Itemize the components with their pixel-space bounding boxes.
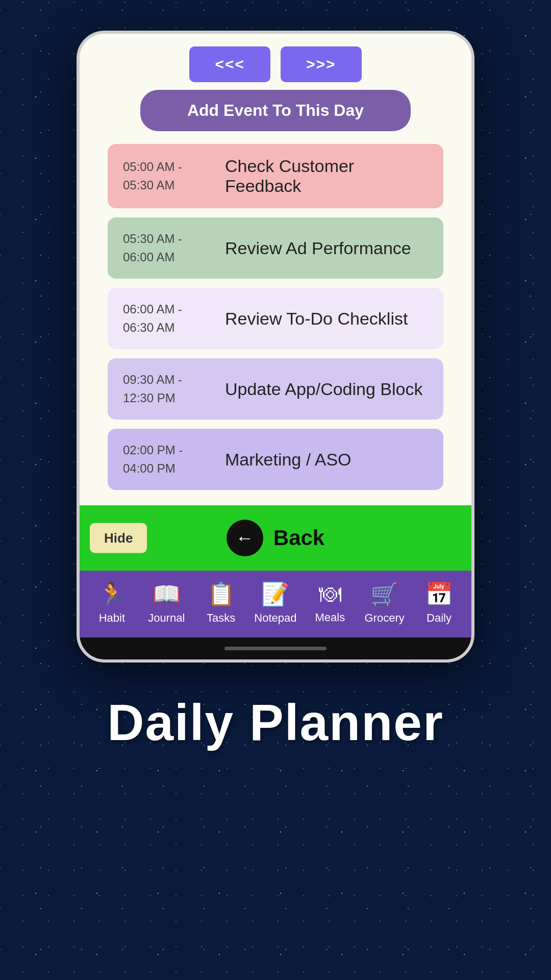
event-time-2: 05:30 AM - 06:00 AM bbox=[123, 230, 210, 266]
tab-tasks-label: Tasks bbox=[207, 611, 235, 625]
events-list: 05:00 AM - 05:30 AM Check Customer Feedb… bbox=[80, 144, 471, 505]
phone-container: <<< >>> Add Event To This Day 05:00 AM -… bbox=[77, 31, 474, 663]
event-title-4: Update App/Coding Block bbox=[225, 379, 422, 399]
back-arrow-icon: ← bbox=[227, 520, 263, 556]
back-bar[interactable]: Hide ← Back bbox=[80, 505, 471, 571]
journal-icon: 📖 bbox=[153, 581, 181, 607]
tab-daily[interactable]: 📅 Daily bbox=[416, 581, 462, 625]
tab-grocery[interactable]: 🛒 Grocery bbox=[362, 581, 408, 625]
top-navigation: <<< >>> bbox=[80, 34, 471, 90]
tab-meals-label: Meals bbox=[315, 611, 345, 624]
event-card-2[interactable]: 05:30 AM - 06:00 AM Review Ad Performanc… bbox=[108, 217, 443, 279]
notepad-icon: 📝 bbox=[261, 581, 289, 607]
tab-habit[interactable]: 🏃 Habit bbox=[89, 581, 135, 625]
app-label-section: Daily Planner bbox=[107, 693, 444, 752]
tab-journal-label: Journal bbox=[148, 611, 185, 625]
event-time-1: 05:00 AM - 05:30 AM bbox=[123, 158, 210, 194]
tab-daily-label: Daily bbox=[427, 611, 452, 625]
event-title-3: Review To-Do Checklist bbox=[225, 309, 408, 329]
event-title-2: Review Ad Performance bbox=[225, 238, 411, 258]
tab-journal[interactable]: 📖 Journal bbox=[143, 581, 189, 625]
event-card-1[interactable]: 05:00 AM - 05:30 AM Check Customer Feedb… bbox=[108, 144, 443, 208]
tab-notepad-label: Notepad bbox=[254, 611, 296, 625]
daily-icon: 📅 bbox=[425, 581, 453, 607]
app-title: Daily Planner bbox=[107, 693, 444, 752]
next-button[interactable]: >>> bbox=[281, 46, 362, 82]
home-indicator bbox=[80, 638, 471, 659]
tab-meals[interactable]: 🍽 Meals bbox=[307, 581, 353, 624]
event-time-3: 06:00 AM - 06:30 AM bbox=[123, 300, 210, 337]
habit-icon: 🏃 bbox=[98, 581, 126, 607]
event-time-5: 02:00 PM - 04:00 PM bbox=[123, 441, 210, 478]
event-title-1: Check Customer Feedback bbox=[225, 156, 428, 196]
event-card-4[interactable]: 09:30 AM - 12:30 PM Update App/Coding Bl… bbox=[108, 358, 443, 420]
tab-habit-label: Habit bbox=[99, 611, 125, 625]
bottom-tab-bar: 🏃 Habit 📖 Journal 📋 Tasks 📝 Notepad 🍽 Me… bbox=[80, 571, 471, 638]
phone-content: <<< >>> Add Event To This Day 05:00 AM -… bbox=[80, 34, 471, 659]
back-label: Back bbox=[273, 526, 324, 550]
hide-button[interactable]: Hide bbox=[90, 523, 147, 553]
tab-tasks[interactable]: 📋 Tasks bbox=[198, 581, 244, 625]
tab-grocery-label: Grocery bbox=[365, 611, 405, 625]
add-event-button[interactable]: Add Event To This Day bbox=[140, 90, 411, 131]
tab-notepad[interactable]: 📝 Notepad bbox=[253, 581, 298, 625]
tasks-icon: 📋 bbox=[207, 581, 235, 607]
grocery-icon: 🛒 bbox=[370, 581, 398, 607]
event-title-5: Marketing / ASO bbox=[225, 450, 352, 470]
home-bar bbox=[224, 647, 327, 650]
meals-icon: 🍽 bbox=[319, 581, 341, 607]
prev-button[interactable]: <<< bbox=[189, 46, 270, 82]
event-card-3[interactable]: 06:00 AM - 06:30 AM Review To-Do Checkli… bbox=[108, 288, 443, 349]
event-time-4: 09:30 AM - 12:30 PM bbox=[123, 371, 210, 407]
event-card-5[interactable]: 02:00 PM - 04:00 PM Marketing / ASO bbox=[108, 429, 443, 490]
